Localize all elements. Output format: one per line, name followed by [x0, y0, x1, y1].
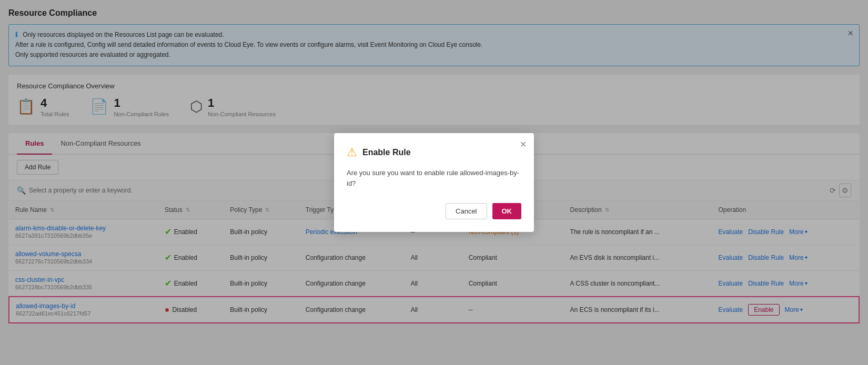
modal-ok-button[interactable]: OK — [492, 203, 522, 219]
modal-close-button[interactable]: ✕ — [520, 139, 527, 149]
modal-warning-icon: ⚠ — [347, 146, 357, 159]
enable-rule-modal: ✕ ⚠ Enable Rule Are you sure you want to… — [334, 133, 534, 232]
modal-header: ⚠ Enable Rule — [347, 146, 521, 159]
modal-cancel-button[interactable]: Cancel — [446, 203, 487, 219]
page-container: Resource Compliance ℹ Only resources dis… — [0, 0, 868, 365]
modal-footer: Cancel OK — [347, 203, 521, 219]
modal-overlay: ✕ ⚠ Enable Rule Are you sure you want to… — [0, 0, 868, 365]
modal-body: Are you sure you want to enable rule all… — [347, 168, 521, 188]
modal-title: Enable Rule — [362, 148, 411, 157]
